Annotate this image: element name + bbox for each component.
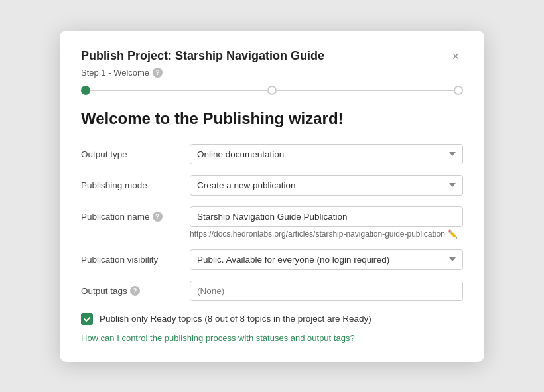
publishing-mode-wrap: Create a new publication bbox=[190, 175, 463, 196]
publication-name-row: Publication name ? https://docs.hedronla… bbox=[81, 206, 463, 239]
publishing-mode-row: Publishing mode Create a new publication bbox=[81, 175, 463, 196]
publication-name-input[interactable] bbox=[190, 206, 463, 227]
progress-bar bbox=[81, 86, 463, 95]
dialog-title: Publish Project: Starship Navigation Gui… bbox=[81, 49, 324, 63]
publication-name-help-icon[interactable]: ? bbox=[153, 212, 163, 222]
publication-visibility-wrap: Public. Available for everyone (no login… bbox=[190, 249, 463, 270]
step-text: Step 1 - Welcome bbox=[81, 68, 149, 78]
output-type-select[interactable]: Online documentation bbox=[190, 144, 463, 164]
output-tags-input[interactable] bbox=[190, 281, 463, 301]
output-type-wrap: Online documentation bbox=[190, 144, 463, 164]
output-tags-label: Output tags ? bbox=[81, 281, 179, 296]
edit-url-icon[interactable]: ✏️ bbox=[448, 229, 458, 239]
publication-visibility-label: Publication visibility bbox=[81, 249, 179, 265]
progress-dot-2 bbox=[267, 86, 277, 95]
step-help-icon[interactable]: ? bbox=[153, 68, 163, 78]
output-tags-wrap bbox=[190, 281, 463, 301]
progress-dot-1 bbox=[81, 86, 90, 95]
output-type-label: Output type bbox=[81, 144, 179, 159]
help-link[interactable]: How can I control the publishing process… bbox=[81, 333, 355, 343]
publishing-mode-select[interactable]: Create a new publication bbox=[190, 175, 463, 196]
output-tags-help-icon[interactable]: ? bbox=[130, 286, 140, 296]
output-type-row: Output type Online documentation bbox=[81, 144, 463, 164]
dialog-header: Publish Project: Starship Navigation Gui… bbox=[81, 49, 463, 64]
progress-dot-3 bbox=[454, 86, 463, 95]
close-button[interactable]: × bbox=[448, 49, 463, 64]
checkbox-row: Publish only Ready topics (8 out of 8 to… bbox=[81, 313, 463, 325]
ready-topics-label: Publish only Ready topics (8 out of 8 to… bbox=[100, 314, 372, 324]
step-label: Step 1 - Welcome ? bbox=[81, 68, 463, 78]
publication-name-wrap: https://docs.hedronlabs.org/articles/sta… bbox=[190, 206, 463, 239]
url-hint: https://docs.hedronlabs.org/articles/sta… bbox=[190, 229, 463, 239]
publish-dialog: Publish Project: Starship Navigation Gui… bbox=[60, 31, 484, 362]
progress-line-2 bbox=[277, 90, 454, 91]
publication-visibility-select[interactable]: Public. Available for everyone (no login… bbox=[190, 249, 463, 270]
output-tags-row: Output tags ? bbox=[81, 281, 463, 301]
progress-line-1 bbox=[90, 90, 267, 91]
wizard-heading: Welcome to the Publishing wizard! bbox=[81, 109, 463, 128]
publication-visibility-row: Publication visibility Public. Available… bbox=[81, 249, 463, 270]
publishing-mode-label: Publishing mode bbox=[81, 175, 179, 190]
checkmark-icon bbox=[83, 315, 91, 323]
publication-name-label: Publication name ? bbox=[81, 206, 179, 222]
ready-topics-checkbox[interactable] bbox=[81, 313, 93, 325]
